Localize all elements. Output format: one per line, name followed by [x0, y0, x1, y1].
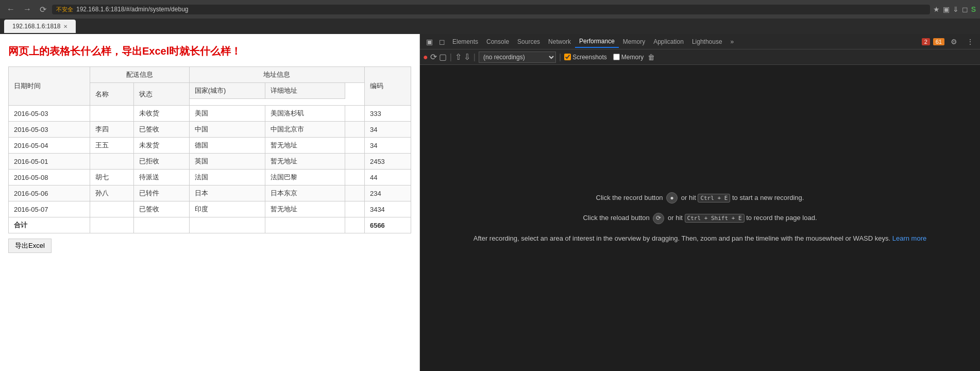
- stop-button[interactable]: ▢: [439, 52, 447, 62]
- address-bar-container: 不安全: [52, 5, 930, 14]
- cell-name: 王五: [90, 138, 133, 154]
- devtools-hint2: Click the reload button ⟳ or hit Ctrl + …: [583, 212, 817, 224]
- screenshot-checkbox[interactable]: [564, 54, 571, 60]
- cell-detail: 暂无地址: [265, 201, 345, 217]
- devtools-panel: ▣ ◻ Elements Console Sources Network Per…: [420, 34, 980, 371]
- cell-date: 2016-05-03: [9, 106, 90, 122]
- memory-text: Memory: [621, 54, 644, 61]
- tab-network[interactable]: Network: [544, 36, 575, 47]
- cell-code: 3434: [364, 201, 411, 217]
- cell-empty: [345, 106, 365, 122]
- extensions-button[interactable]: ▣: [943, 5, 950, 13]
- cell-empty: [345, 201, 365, 217]
- cell-country: 英国: [189, 154, 265, 170]
- cell-detail: 日本东京: [265, 185, 345, 201]
- cell-detail: 暂无地址: [265, 154, 345, 170]
- recordings-select[interactable]: (no recordings): [479, 52, 556, 63]
- cell-code: 234: [364, 185, 411, 201]
- export-excel-button[interactable]: 导出Excel: [8, 239, 52, 253]
- cell-name: [90, 106, 133, 122]
- header-country: 国家(城市): [189, 83, 265, 99]
- table-row: 2016-05-01 已拒收 英国 暂无地址 2453: [9, 154, 411, 170]
- header-status: 状态: [133, 83, 189, 106]
- cell-status: 已签收: [133, 122, 189, 138]
- refresh-record-button[interactable]: ⟳: [430, 52, 437, 62]
- hint2-pre: Click the reload button: [583, 214, 649, 222]
- tab-application[interactable]: Application: [649, 36, 688, 47]
- cell-country: 印度: [189, 201, 265, 217]
- cell-empty: [345, 122, 365, 138]
- upload-button[interactable]: ⇧: [455, 52, 462, 62]
- cell-empty: [345, 185, 365, 201]
- cell-name: [90, 154, 133, 170]
- devtools-settings-button[interactable]: ⚙: [948, 37, 960, 47]
- tab-bar: 192.168.1.6:1818 ✕: [0, 19, 980, 34]
- total-row: 合计 6566: [9, 217, 411, 233]
- hint3-text: After recording, select an area of inter…: [474, 234, 890, 242]
- cell-status: 待派送: [133, 170, 189, 185]
- tab-more[interactable]: »: [726, 36, 738, 47]
- cell-detail: 中国北京市: [265, 122, 345, 138]
- record-button[interactable]: ●: [423, 53, 428, 62]
- clear-recordings-button[interactable]: 🗑: [648, 53, 655, 61]
- cell-detail: 法国巴黎: [265, 170, 345, 185]
- screenshot-text: Screenshots: [572, 54, 607, 61]
- cell-country: 美国: [189, 106, 265, 122]
- devices-button[interactable]: ◻: [962, 5, 968, 13]
- devtools-hint3: After recording, select an area of inter…: [474, 232, 926, 244]
- header-delivery: 配送信息: [90, 67, 189, 83]
- devtools-more-button[interactable]: ⋮: [964, 37, 977, 47]
- cell-name: 胡七: [90, 170, 133, 185]
- downloads-button[interactable]: ⇓: [953, 5, 959, 13]
- cell-date: 2016-05-04: [9, 138, 90, 154]
- browser-actions: ★ ▣ ⇓ ◻ S: [933, 5, 976, 13]
- separator3: |: [559, 53, 561, 62]
- record-inline-icon: ●: [666, 192, 678, 204]
- hint2-kbd: Ctrl + Shift + E: [685, 214, 745, 223]
- reload-button[interactable]: ⟳: [37, 4, 49, 15]
- cell-code: 34: [364, 122, 411, 138]
- address-bar[interactable]: [76, 6, 926, 13]
- table-row: 2016-05-03 李四 已签收 中国 中国北京市 34: [9, 122, 411, 138]
- profile-button[interactable]: S: [971, 5, 976, 13]
- cell-name: [90, 201, 133, 217]
- cell-name: 李四: [90, 122, 133, 138]
- memory-label[interactable]: Memory: [613, 54, 644, 61]
- table-row: 2016-05-07 已签收 印度 暂无地址 3434: [9, 201, 411, 217]
- hint2-post: to record the page load.: [746, 214, 817, 222]
- tab-console[interactable]: Console: [482, 36, 513, 47]
- cell-date: 2016-05-03: [9, 122, 90, 138]
- data-table: 日期时间 配送信息 地址信息 编码 名称 状态 国家(城市) 详细地址: [8, 66, 411, 233]
- cell-empty: [345, 154, 365, 170]
- cell-date: 2016-05-06: [9, 185, 90, 201]
- tab-sources[interactable]: Sources: [513, 36, 544, 47]
- cell-country: 日本: [189, 185, 265, 201]
- tab-elements[interactable]: Elements: [448, 36, 482, 47]
- hint1-pre: Click the record button: [596, 194, 663, 201]
- hint1-post: to start a new recording.: [732, 194, 804, 201]
- cell-code: 333: [364, 106, 411, 122]
- devtools-inspect-button[interactable]: ▣: [423, 37, 436, 47]
- warn-badge: 61: [933, 38, 944, 45]
- tab-memory[interactable]: Memory: [619, 36, 649, 47]
- main-layout: 网页上的表格长什么样，导出Excel时就长什么样！ 日期时间 配送信息 地址信息…: [0, 34, 980, 371]
- devtools-responsive-button[interactable]: ◻: [436, 37, 448, 47]
- back-button[interactable]: ←: [4, 4, 18, 15]
- table-row: 2016-05-03 未收货 美国 美国洛杉矶 333: [9, 106, 411, 122]
- reload-inline-icon: ⟳: [653, 213, 664, 224]
- tab-lighthouse[interactable]: Lighthouse: [688, 36, 726, 47]
- tab-performance[interactable]: Performance: [575, 36, 619, 48]
- screenshot-label[interactable]: Screenshots: [564, 54, 607, 61]
- hint1-kbd: Ctrl + E: [698, 194, 730, 203]
- download-button[interactable]: ⇩: [464, 52, 470, 62]
- memory-checkbox[interactable]: [613, 54, 620, 60]
- active-tab[interactable]: 192.168.1.6:1818 ✕: [4, 20, 76, 33]
- bookmark-button[interactable]: ★: [933, 5, 940, 13]
- page-title: 网页上的表格长什么样，导出Excel时就长什么样！: [0, 34, 419, 66]
- separator1: |: [450, 53, 452, 62]
- tab-close-button[interactable]: ✕: [63, 24, 67, 29]
- devtools-badges: 2 61 ⚙ ⋮: [922, 37, 977, 47]
- learn-more-link[interactable]: Learn more: [892, 234, 926, 242]
- forward-button[interactable]: →: [21, 4, 34, 15]
- header-detail: 详细地址: [265, 83, 345, 99]
